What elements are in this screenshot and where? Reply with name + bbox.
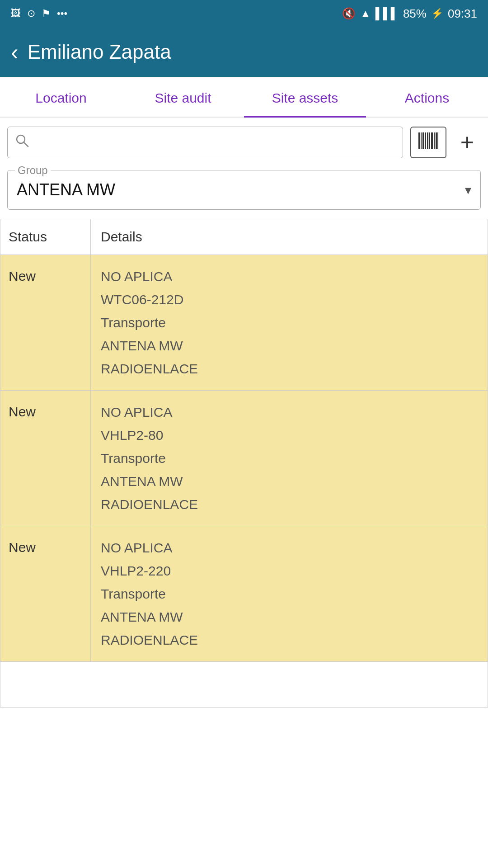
table-row[interactable]: New NO APLICA VHLP2-80 Transporte ANTENA… xyxy=(0,391,488,526)
barcode-button[interactable] xyxy=(410,127,446,158)
add-button[interactable]: + xyxy=(454,127,481,158)
back-button[interactable]: ‹ xyxy=(11,41,19,63)
chevron-down-icon: ▾ xyxy=(465,183,471,198)
group-section: Group ANTENA MW ▾ xyxy=(0,165,488,219)
page-title: Emiliano Zapata xyxy=(28,41,171,63)
search-icon xyxy=(15,133,29,151)
svg-line-1 xyxy=(24,142,28,146)
column-header-status: Status xyxy=(0,219,91,255)
detail-line: VHLP2-220 xyxy=(101,559,478,582)
clock-icon: ⊙ xyxy=(27,8,35,19)
row-details-3: NO APLICA VHLP2-220 Transporte ANTENA MW… xyxy=(91,526,488,661)
detail-line: Transporte xyxy=(101,311,478,334)
top-bar: ‹ Emiliano Zapata xyxy=(0,27,488,77)
row-status-3: New xyxy=(0,526,91,661)
svg-rect-4 xyxy=(422,132,424,149)
svg-rect-7 xyxy=(429,132,430,149)
group-value: ANTENA MW xyxy=(17,180,115,199)
detail-line: ANTENA MW xyxy=(101,470,478,493)
detail-line: ANTENA MW xyxy=(101,334,478,357)
detail-line: ANTENA MW xyxy=(101,605,478,628)
search-input-wrapper[interactable] xyxy=(7,127,403,158)
tab-site-assets[interactable]: Site assets xyxy=(244,77,366,117)
image-icon: 🖼 xyxy=(11,8,21,19)
flag-icon: ⚑ xyxy=(42,8,51,19)
svg-rect-10 xyxy=(436,132,437,149)
barcode-icon xyxy=(418,132,438,153)
mute-icon: 🔇 xyxy=(342,7,356,20)
row-details-1: NO APLICA WTC06-212D Transporte ANTENA M… xyxy=(91,255,488,390)
row-status-1: New xyxy=(0,255,91,390)
table-row[interactable]: New NO APLICA WTC06-212D Transporte ANTE… xyxy=(0,255,488,391)
status-bar-left-icons: 🖼 ⊙ ⚑ ••• xyxy=(11,8,67,19)
column-header-details: Details xyxy=(91,219,488,255)
detail-line: Transporte xyxy=(101,447,478,470)
tab-actions[interactable]: Actions xyxy=(366,77,488,117)
detail-line: RADIOENLACE xyxy=(101,357,478,380)
signal-icon: ▌▌▌ xyxy=(375,7,399,20)
time-display: 09:31 xyxy=(448,7,477,21)
table-footer xyxy=(0,662,488,707)
detail-line: Transporte xyxy=(101,582,478,605)
battery-text: 85% xyxy=(403,7,427,21)
table-row[interactable]: New NO APLICA VHLP2-220 Transporte ANTEN… xyxy=(0,526,488,662)
tab-bar: Location Site audit Site assets Actions xyxy=(0,77,488,118)
detail-line: NO APLICA xyxy=(101,265,478,288)
row-status-2: New xyxy=(0,391,91,526)
tab-site-audit[interactable]: Site audit xyxy=(122,77,244,117)
search-section: + xyxy=(0,118,488,165)
row-details-2: NO APLICA VHLP2-80 Transporte ANTENA MW … xyxy=(91,391,488,526)
detail-line: VHLP2-80 xyxy=(101,424,478,447)
table-header: Status Details xyxy=(0,219,488,255)
svg-rect-5 xyxy=(425,132,426,149)
group-dropdown[interactable]: Group ANTENA MW ▾ xyxy=(7,170,481,210)
group-label: Group xyxy=(15,164,51,177)
svg-rect-2 xyxy=(418,132,420,149)
group-value-row: ANTENA MW ▾ xyxy=(17,170,471,209)
svg-rect-3 xyxy=(421,132,422,149)
svg-rect-6 xyxy=(427,132,428,149)
detail-line: WTC06-212D xyxy=(101,288,478,311)
detail-line: RADIOENLACE xyxy=(101,493,478,516)
battery-icon: ⚡ xyxy=(431,8,443,19)
status-bar: 🖼 ⊙ ⚑ ••• 🔇 ▲ ▌▌▌ 85% ⚡ 09:31 xyxy=(0,0,488,27)
svg-rect-11 xyxy=(437,132,438,149)
tab-location[interactable]: Location xyxy=(0,77,122,117)
detail-line: NO APLICA xyxy=(101,536,478,559)
svg-rect-9 xyxy=(434,132,435,149)
search-input[interactable] xyxy=(34,135,395,150)
assets-table: Status Details New NO APLICA WTC06-212D … xyxy=(0,219,488,708)
status-bar-right-icons: 🔇 ▲ ▌▌▌ 85% ⚡ 09:31 xyxy=(342,7,477,21)
detail-line: NO APLICA xyxy=(101,401,478,424)
more-icon: ••• xyxy=(57,8,67,19)
detail-line: RADIOENLACE xyxy=(101,628,478,651)
wifi-icon: ▲ xyxy=(360,7,371,20)
svg-rect-8 xyxy=(431,132,433,149)
